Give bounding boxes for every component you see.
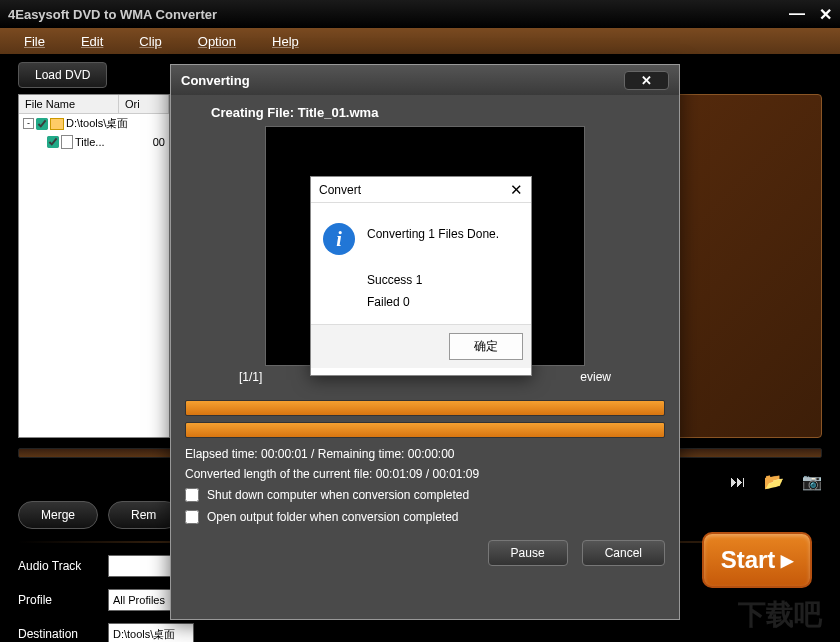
open-folder-checkbox[interactable]	[185, 510, 199, 524]
destination-row: Destination	[0, 617, 840, 642]
col-filename[interactable]: File Name	[19, 95, 119, 113]
next-icon[interactable]: ⏭	[730, 473, 746, 491]
file-row-parent[interactable]: - D:\tools\桌面	[19, 114, 169, 133]
converting-close-button[interactable]: ✕	[624, 71, 669, 90]
snapshot-icon[interactable]: 📷	[802, 472, 822, 491]
menu-file[interactable]: File	[24, 34, 45, 49]
file-label: Title...	[75, 136, 105, 148]
converting-buttons: Pause Cancel	[171, 528, 679, 578]
load-dvd-button[interactable]: Load DVD	[18, 62, 107, 88]
start-button[interactable]: Start ▸	[702, 532, 812, 588]
menubar: File Edit Clip Option Help	[0, 28, 840, 54]
converting-title: Converting	[181, 73, 250, 88]
file-list-panel: File Name Ori - D:\tools\桌面 Title... 00	[18, 94, 170, 438]
titlebar: 4Easysoft DVD to WMA Converter — ✕	[0, 0, 840, 28]
minimize-button[interactable]: —	[789, 5, 805, 24]
destination-input[interactable]	[108, 623, 194, 642]
progress-counter: [1/1]	[239, 370, 262, 384]
file-icon	[61, 135, 73, 149]
menu-edit[interactable]: Edit	[81, 34, 103, 49]
alert-titlebar: Convert ✕	[311, 177, 531, 203]
preview-label: eview	[580, 370, 611, 384]
alert-dialog: Convert ✕ i Converting 1 Files Done. Suc…	[310, 176, 532, 376]
folder-icon	[50, 118, 64, 130]
open-folder-icon[interactable]: 📂	[764, 472, 784, 491]
destination-label: Destination	[18, 627, 98, 641]
creating-file-label: Creating File: Title_01.wma	[211, 101, 639, 126]
col-orig[interactable]: Ori	[119, 95, 169, 113]
menu-clip[interactable]: Clip	[139, 34, 161, 49]
overall-progress-bar	[185, 400, 665, 416]
close-button[interactable]: ✕	[819, 5, 832, 24]
file-label: D:\tools\桌面	[66, 116, 128, 131]
alert-footer: 确定	[311, 324, 531, 368]
file-extra: 00	[153, 136, 165, 148]
play-icon: ▸	[781, 546, 793, 574]
menu-help[interactable]: Help	[272, 34, 299, 49]
file-checkbox[interactable]	[36, 118, 48, 130]
elapsed-time-label: Elapsed time: 00:00:01 / Remaining time:…	[171, 444, 679, 464]
tree-toggle-icon[interactable]: -	[23, 118, 34, 129]
shutdown-checkbox[interactable]	[185, 488, 199, 502]
cancel-button[interactable]: Cancel	[582, 540, 665, 566]
file-progress-bar	[185, 422, 665, 438]
converted-length-label: Converted length of the current file: 00…	[171, 464, 679, 484]
alert-close-button[interactable]: ✕	[510, 181, 523, 199]
window-controls: — ✕	[789, 5, 832, 24]
ok-button[interactable]: 确定	[449, 333, 523, 360]
menu-option[interactable]: Option	[198, 34, 236, 49]
merge-button[interactable]: Merge	[18, 501, 98, 529]
profile-label: Profile	[18, 593, 98, 607]
info-icon: i	[323, 223, 355, 255]
file-list-header: File Name Ori	[19, 95, 169, 114]
open-folder-checkbox-row[interactable]: Open output folder when conversion compl…	[171, 506, 679, 528]
alert-message: Converting 1 Files Done. Success 1 Faile…	[367, 223, 499, 314]
alert-title: Convert	[319, 183, 361, 197]
audio-track-label: Audio Track	[18, 559, 98, 573]
shutdown-checkbox-row[interactable]: Shut down computer when conversion compl…	[171, 484, 679, 506]
file-row-child[interactable]: Title... 00	[19, 133, 169, 151]
app-title: 4Easysoft DVD to WMA Converter	[8, 7, 217, 22]
remove-button[interactable]: Rem	[108, 501, 179, 529]
converting-titlebar: Converting ✕	[171, 65, 679, 95]
pause-button[interactable]: Pause	[488, 540, 568, 566]
file-checkbox[interactable]	[47, 136, 59, 148]
